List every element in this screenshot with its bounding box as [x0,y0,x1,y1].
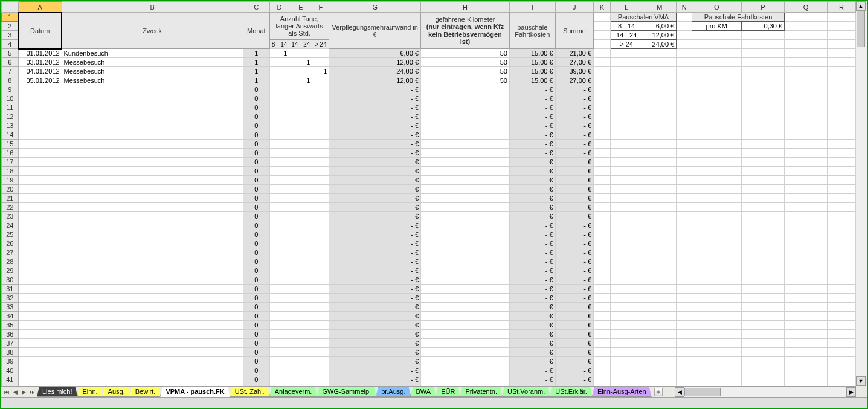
cell-monat[interactable]: 0 [243,248,269,257]
header-zweck[interactable]: Zweck [62,13,243,49]
cell-vma[interactable]: - € [329,294,421,303]
row-header-38[interactable]: 38 [2,348,19,357]
cell-vma[interactable]: - € [329,330,421,339]
column-header-A[interactable]: A [18,2,62,13]
scroll-left-button[interactable]: ◀ [675,387,684,397]
cell-vma[interactable]: - € [329,203,421,212]
cell-vma[interactable]: - € [329,321,421,330]
sheet-tab-gwg-sammelp-[interactable]: GWG-Sammelp. [317,387,376,397]
cell-sum[interactable]: - € [555,330,594,339]
worksheet-grid[interactable]: ABCDEFGHIJKLMNOPQR1DatumZweckMonatAnzahl… [1,1,856,386]
cell-monat[interactable]: 0 [243,176,269,185]
sheet-tab-e-r[interactable]: EÜR [436,387,460,397]
cell-km[interactable]: 50 [421,58,510,67]
cell-sum[interactable]: 27,00 € [555,76,594,85]
cell-monat[interactable]: 0 [243,112,269,121]
cell-fk[interactable]: - € [509,312,555,321]
cell-monat[interactable]: 0 [243,130,269,140]
lookup-fk-label[interactable]: pro KM [692,22,742,31]
row-header-4[interactable]: 4 [2,40,19,49]
cell-vma[interactable]: - € [329,176,421,185]
subheader-d[interactable]: 8 - 14 [269,40,289,49]
cell-sum[interactable]: - € [555,149,594,158]
cell-fk[interactable]: - € [509,149,555,158]
lookup-vma-2-label[interactable]: > 24 [610,40,643,49]
hscroll-thumb[interactable] [684,388,721,396]
cell-vma[interactable]: - € [329,94,421,103]
cell-vma[interactable]: - € [329,121,421,130]
cell-monat[interactable]: 0 [243,158,269,167]
row-header-30[interactable]: 30 [2,275,19,285]
row-header-26[interactable]: 26 [2,239,19,248]
cell-sum[interactable]: - € [555,158,594,167]
cell-fk[interactable]: - € [509,176,555,185]
cell-fk[interactable]: 15,00 € [509,49,555,58]
lookup-vma-0-val[interactable]: 6,00 € [643,22,677,31]
tab-first-icon[interactable]: ⏮ [2,388,11,396]
sheet-tab-bewirt-[interactable]: Bewirt. [130,387,161,397]
cell-f[interactable]: 1 [312,67,329,76]
column-header-F[interactable]: F [312,2,329,13]
cell-sum[interactable]: - € [555,212,594,221]
header-anzahl-tage[interactable]: Anzahl Tage, länger Auswärts als Std. [269,13,329,40]
row-header-37[interactable]: 37 [2,339,19,348]
cell-fk[interactable]: - € [509,94,555,103]
cell-fk[interactable]: - € [509,158,555,167]
column-header-I[interactable]: I [509,2,555,13]
sheet-tab-anlageverm-[interactable]: Anlageverm. [269,387,318,397]
row-header-14[interactable]: 14 [2,130,19,140]
row-header-40[interactable]: 40 [2,366,19,375]
cell-monat[interactable]: 0 [243,203,269,212]
cell-monat[interactable]: 0 [243,94,269,103]
row-header-1[interactable]: 1 [2,13,19,22]
cell-monat[interactable]: 1 [243,58,269,67]
tab-last-icon[interactable]: ⏭ [28,388,36,396]
cell-vma[interactable]: 12,00 € [329,76,421,85]
column-header-Q[interactable]: Q [785,2,828,13]
cell-fk[interactable]: - € [509,366,555,375]
cell-sum[interactable]: - € [555,239,594,248]
cell-sum[interactable]: - € [555,85,594,94]
column-header-E[interactable]: E [289,2,312,13]
cell-sum[interactable]: - € [555,167,594,176]
lookup-vma-2-val[interactable]: 24,00 € [643,40,677,49]
sheet-tab-ust-erkl-r-[interactable]: USt.Erklär. [550,387,593,397]
cell-sum[interactable]: - € [555,221,594,230]
cell-sum[interactable]: - € [555,294,594,303]
row-header-11[interactable]: 11 [2,103,19,112]
cell-monat[interactable]: 0 [243,194,269,203]
row-header-36[interactable]: 36 [2,330,19,339]
cell-fk[interactable]: - € [509,375,555,384]
lookup-vma-1-label[interactable]: 14 - 24 [610,31,643,40]
cell-sum[interactable]: - € [555,185,594,194]
sheet-tab-vpma-pausch-fk[interactable]: VPMA - pausch.FK [160,387,230,397]
cell-sum[interactable]: - € [555,357,594,366]
cell-monat[interactable]: 0 [243,230,269,239]
sheet-tab-ust-voranm-[interactable]: USt.Voranm. [502,387,550,397]
cell-d[interactable] [269,76,289,85]
header-km[interactable]: gefahrene Kilometer(nur eintragen, wenn … [421,13,510,49]
subheader-e[interactable]: 14 - 24 [289,40,312,49]
cell-sum[interactable]: 27,00 € [555,58,594,67]
cell-fk[interactable]: - € [509,230,555,239]
cell-datum[interactable]: 01.01.2012 [18,49,62,58]
cell-fk[interactable]: 15,00 € [509,76,555,85]
row-header-16[interactable]: 16 [2,149,19,158]
cell-sum[interactable]: - € [555,275,594,285]
cell-fk[interactable]: - € [509,285,555,294]
row-header-20[interactable]: 20 [2,185,19,194]
cell-sum[interactable]: - € [555,375,594,384]
row-header-28[interactable]: 28 [2,257,19,266]
header-pauschalen-vma[interactable]: Pauschalen VMA [610,13,677,22]
cell-fk[interactable]: - € [509,275,555,285]
cell-monat[interactable]: 1 [243,76,269,85]
cell-vma[interactable]: - € [329,312,421,321]
select-all-corner[interactable] [2,2,19,13]
cell-monat[interactable]: 0 [243,294,269,303]
cell-fk[interactable]: - € [509,221,555,230]
cell-sum[interactable]: - € [555,257,594,266]
cell-vma[interactable]: - € [329,221,421,230]
column-header-B[interactable]: B [62,2,243,13]
cell-sum[interactable]: - € [555,130,594,140]
header-vma[interactable]: Verpflegungsmehraufwand in € [329,13,421,49]
